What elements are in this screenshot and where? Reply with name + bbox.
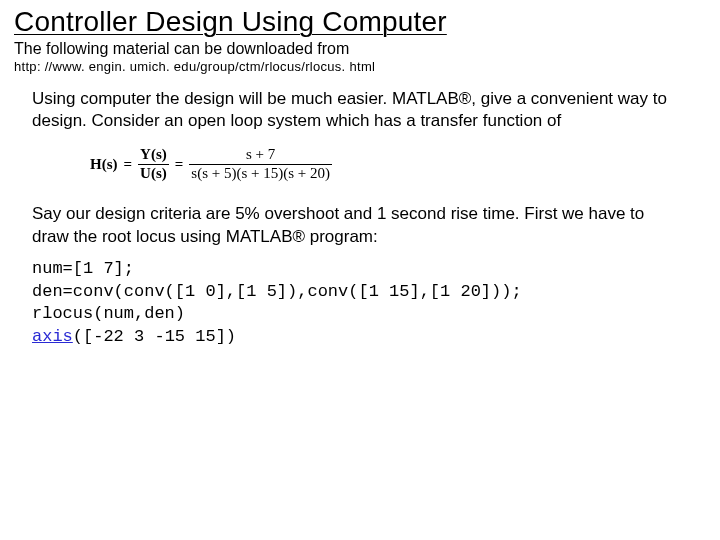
code-line: num=[1 7];: [32, 259, 134, 278]
eq-equals-icon: =: [175, 156, 184, 173]
eq-rhs-den: s(s + 5)(s + 15)(s + 20): [189, 166, 332, 182]
page-title: Controller Design Using Computer: [14, 6, 706, 38]
criteria-paragraph: Say our design criteria are 5% overshoot…: [32, 203, 682, 248]
matlab-code-block: num=[1 7]; den=conv(conv([1 0],[1 5]),co…: [32, 258, 682, 348]
intro-paragraph: Using computer the design will be much e…: [32, 88, 682, 133]
slide-page: Controller Design Using Computer The fol…: [0, 0, 720, 362]
source-url: http: //www. engin. umich. edu/group/ctm…: [14, 59, 706, 74]
eq-mid-num: Y(s): [138, 147, 169, 163]
eq-lhs: H(s): [90, 156, 118, 173]
eq-equals-icon: =: [124, 156, 133, 173]
body-content: Using computer the design will be much e…: [32, 88, 682, 348]
eq-mid-fraction: Y(s) U(s): [138, 147, 169, 182]
code-line-tail: ([-22 3 -15 15]): [73, 327, 236, 346]
eq-mid-den: U(s): [138, 166, 169, 182]
transfer-function-equation: H(s) = Y(s) U(s) = s + 7 s(s + 5)(s + 15…: [90, 147, 682, 182]
axis-link[interactable]: axis: [32, 327, 73, 346]
code-line: den=conv(conv([1 0],[1 5]),conv([1 15],[…: [32, 282, 522, 301]
subtitle-text: The following material can be downloaded…: [14, 40, 706, 58]
eq-rhs-num: s + 7: [244, 147, 277, 163]
equation-block: H(s) = Y(s) U(s) = s + 7 s(s + 5)(s + 15…: [90, 147, 682, 182]
code-line: rlocus(num,den): [32, 304, 185, 323]
eq-rhs-fraction: s + 7 s(s + 5)(s + 15)(s + 20): [189, 147, 332, 182]
